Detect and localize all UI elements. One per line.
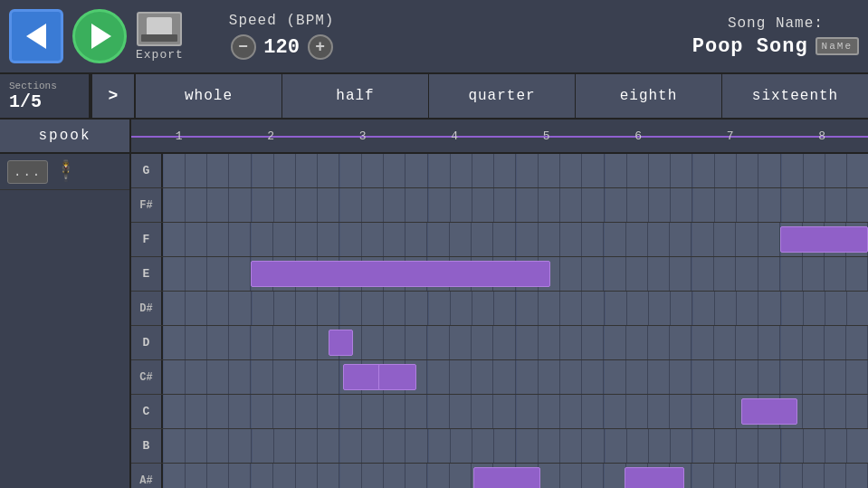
grid-cell[interactable] [163,326,186,359]
grid-cell[interactable] [451,429,472,463]
grid-cell[interactable] [804,292,825,325]
grid-cell[interactable] [274,429,296,463]
grid-cell[interactable] [803,464,825,488]
grid-cell[interactable] [582,360,604,394]
grid-cell[interactable] [803,360,825,394]
grid-cell[interactable] [494,188,516,222]
grid-cell[interactable] [274,188,296,222]
grid-cell[interactable] [273,395,295,428]
grid-cell[interactable] [627,154,649,187]
grid-cell[interactable] [825,360,846,394]
grid-cell[interactable] [229,326,251,359]
grid-cell[interactable] [472,395,493,428]
grid-cell[interactable] [846,464,868,488]
grid-cell[interactable] [692,326,714,359]
grid-cell[interactable] [781,429,804,463]
grid-cell[interactable] [605,188,627,222]
grid-cell[interactable] [450,223,472,256]
grid-cell[interactable] [627,188,649,222]
grid-cell[interactable] [472,326,493,359]
grid-cell[interactable] [207,395,229,428]
grid-cell[interactable] [560,188,582,222]
grid-cell[interactable] [362,395,384,428]
grid-cell[interactable] [846,395,868,428]
grid-cell[interactable] [736,257,758,291]
grid-cell[interactable] [715,292,737,325]
grid-cell[interactable] [780,360,803,394]
note-block-E[interactable] [251,261,550,288]
grid-cell[interactable] [670,326,692,359]
grid-cell[interactable] [582,464,604,488]
note-block-C[interactable] [741,398,797,426]
grid-cell[interactable] [714,223,736,256]
grid-cell[interactable] [560,154,582,187]
grid-cell[interactable] [405,395,427,428]
grid-cell[interactable] [207,429,229,463]
grid-cell[interactable] [296,360,318,394]
grid-cell[interactable] [780,257,803,291]
grid-cell[interactable] [825,464,846,488]
grid-cells-B[interactable] [163,429,868,463]
grid-cell[interactable] [692,223,714,256]
note-block-As[interactable] [473,467,540,488]
grid-cell[interactable] [229,154,251,187]
grid-cell[interactable] [516,360,539,394]
grid-cell[interactable] [251,326,273,359]
grid-cell[interactable] [627,429,649,463]
grid-cell[interactable] [339,429,362,463]
grid-cell[interactable] [163,292,186,325]
grid-cell[interactable] [252,188,274,222]
grid-cell[interactable] [318,360,339,394]
grid-cell[interactable] [516,223,539,256]
grid-cell[interactable] [339,223,362,256]
grid-cell[interactable] [516,326,539,359]
grid-cell[interactable] [737,292,758,325]
grid-cell[interactable] [229,188,251,222]
grid-cell[interactable] [427,395,450,428]
grid-cell[interactable] [847,154,868,187]
grid-cell[interactable] [825,257,846,291]
grid-cell[interactable] [405,188,427,222]
grid-cell[interactable] [251,395,273,428]
grid-cell[interactable] [825,429,847,463]
grid-cell[interactable] [339,395,362,428]
grid-cell[interactable] [273,326,295,359]
grid-cell[interactable] [649,292,671,325]
grid-cell[interactable] [318,223,339,256]
grid-cell[interactable] [781,188,804,222]
grid-cell[interactable] [405,223,427,256]
grid-cell[interactable] [780,326,803,359]
grid-cell[interactable] [163,188,186,222]
grid-cell[interactable] [560,360,582,394]
grid-cell[interactable] [670,395,692,428]
grid-cell[interactable] [758,326,780,359]
grid-cell[interactable] [405,326,427,359]
grid-cell[interactable] [207,292,229,325]
note-block-D[interactable] [329,330,353,357]
grid-cell[interactable] [560,429,582,463]
grid-cell[interactable] [582,429,604,463]
grid-cell[interactable] [427,360,450,394]
grid-cell[interactable] [252,429,274,463]
grid-cell[interactable] [362,188,384,222]
grid-cell[interactable] [737,154,758,187]
name-tag-button[interactable]: NaMe [816,37,859,55]
grid-cell[interactable] [692,395,714,428]
grid-cell[interactable] [604,360,626,394]
grid-cell[interactable] [582,395,604,428]
grid-cell[interactable] [405,464,427,488]
note-btn-eighth[interactable]: eighth [576,74,722,118]
grid-cell[interactable] [472,223,493,256]
grid-cell[interactable] [428,154,451,187]
grid-cell[interactable] [582,292,604,325]
grid-cell[interactable] [671,429,692,463]
grid-cell[interactable] [207,360,229,394]
grid-cell[interactable] [560,395,582,428]
grid-cell[interactable] [648,223,670,256]
grid-cell[interactable] [428,429,451,463]
grid-cell[interactable] [186,154,207,187]
grid-cell[interactable] [186,223,207,256]
grid-cell[interactable] [405,429,427,463]
grid-cell[interactable] [714,257,736,291]
grid-cell[interactable] [207,257,229,291]
